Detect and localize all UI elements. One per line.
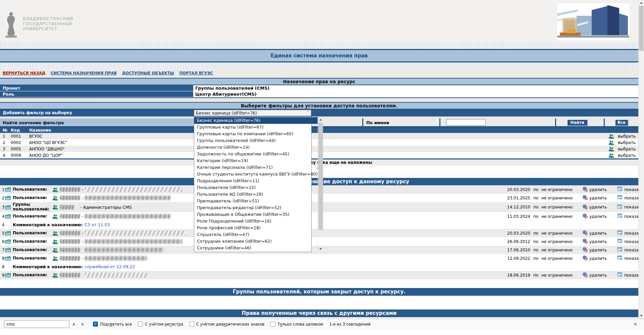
users-icon — [52, 204, 60, 210]
dash: - — [82, 214, 83, 219]
show-icon — [617, 255, 623, 261]
access-row-meta: 14.12.2010 по не ограничено удалить пока… — [507, 202, 644, 212]
access-date: 20.03.2020 — [507, 187, 533, 192]
filter-name-input[interactable] — [446, 119, 486, 126]
findbar-input[interactable] — [4, 320, 69, 328]
delete-link[interactable]: удалить — [582, 255, 612, 261]
filter-option[interactable]: Групповые карты по компании (idFilter=65… — [194, 131, 318, 137]
page-scrollbar-thumb[interactable] — [639, 6, 644, 51]
highlight-all-label: Подсветить все — [100, 322, 132, 327]
redacted-id — [60, 273, 80, 277]
filter-option[interactable]: Проживающие в Общежитии (idFilter=35) — [194, 211, 318, 218]
users-icon — [52, 195, 60, 201]
choose-link[interactable]: выбрать — [608, 146, 636, 152]
choose-link[interactable]: выбрать — [608, 153, 636, 158]
filter-option[interactable]: Должности (idFilter=14) — [194, 144, 318, 151]
redacted-name — [85, 231, 185, 236]
role-row: Роль Центр Абитуриент(CMS) — [0, 91, 638, 97]
dropdown-scrollbar[interactable] — [318, 117, 318, 252]
role-label: Роль — [0, 91, 193, 97]
scroll-down-icon[interactable] — [318, 246, 323, 252]
users-icon — [608, 153, 616, 158]
filter-option[interactable]: Преподаватель-редактор (idFilter=52) — [194, 204, 318, 211]
access-row: 5 Пользователи: - 20.03.2020 по не огран… — [0, 229, 638, 237]
filter-option[interactable]: Слушатель (idFilter=47) — [194, 231, 318, 238]
close-icon[interactable]: ✕ — [631, 320, 640, 328]
resource-header: Назначение прав на ресурс — [0, 78, 638, 85]
filter-option[interactable]: Сотрудники (idFilter=46) — [194, 245, 318, 251]
delete-link[interactable]: удалить — [582, 195, 612, 201]
delete-label: удалить — [589, 256, 607, 261]
delete-link[interactable]: удалить — [582, 204, 612, 210]
find-next-icon[interactable]: ∨ — [78, 320, 87, 328]
all-button[interactable]: Все — [615, 119, 628, 126]
nav-back-link[interactable]: ВЕРНУТЬСЯ НАЗАД — [3, 71, 45, 78]
access-date: 14.12.2010 — [507, 205, 533, 209]
delete-link[interactable]: удалить — [582, 213, 612, 220]
delete-link[interactable]: удалить — [582, 247, 612, 253]
filter-option[interactable]: Сотрудник компании (idFilter=62) — [194, 238, 318, 245]
filter-select[interactable]: Бизнес единица (idFilter=76) ˅ — [194, 110, 311, 116]
page-scrollbar[interactable] — [638, 0, 644, 319]
filter-option[interactable]: Пользователи (idFilter=15) — [194, 184, 318, 191]
dropdown-scrollbar-thumb[interactable] — [318, 123, 323, 230]
find-button[interactable]: Найти — [567, 119, 588, 126]
redacted-id — [60, 248, 80, 252]
delete-label: удалить — [589, 187, 607, 192]
filter-option[interactable]: Роли Подразделений (idFilter=16) — [194, 218, 318, 225]
delete-icon — [582, 230, 588, 236]
delete-link[interactable]: удалить — [582, 186, 612, 193]
delete-label: удалить — [589, 214, 607, 219]
checkbox-icon[interactable] — [138, 322, 143, 327]
nav-portal-link[interactable]: ПОРТАЛ ВГУЭС — [179, 71, 213, 78]
access-date: 12.09.2022 — [507, 256, 533, 261]
filter-option[interactable]: Категории (idFilter=19) — [194, 157, 318, 164]
match-case-option[interactable]: С учётом регистра — [138, 322, 183, 327]
highlight-all-option[interactable]: Подсветить все — [93, 322, 132, 327]
filter-option[interactable]: Преподаватель (idFilter=51) — [194, 198, 318, 204]
choose-link[interactable]: выбрать — [608, 140, 636, 145]
checkbox-icon[interactable] — [270, 322, 275, 327]
checkbox-checked-icon[interactable] — [93, 322, 98, 327]
col-num: № — [0, 128, 11, 133]
date-limit: не ограничено — [541, 231, 580, 236]
filter-option[interactable]: Задолжность по общежитию (idFilter=45) — [194, 151, 318, 157]
access-row: 6 Пользователи: - 26.06.2012 по не огран… — [0, 237, 638, 246]
filter-option[interactable]: Группы пользователей (idFilter=44) — [194, 137, 318, 144]
scroll-up-icon[interactable] — [318, 117, 323, 123]
find-filter-label: Найти значение фильтра — [3, 120, 64, 125]
delete-link[interactable]: удалить — [582, 238, 612, 245]
result-num: 3 — [0, 147, 11, 151]
scroll-up-icon[interactable] — [639, 0, 644, 6]
folder-icon — [5, 230, 13, 236]
access-date: 11.03.2024 — [507, 214, 533, 219]
nav-available-objects-link[interactable]: ДОСТУПНЫЕ ОБЪЕКТЫ — [122, 71, 174, 78]
whole-words-option[interactable]: Только слова целиком — [270, 322, 323, 327]
comment-link[interactable]: СЗ от 11.03 — [85, 222, 110, 227]
choose-link[interactable]: выбрать — [608, 134, 636, 139]
filter-option[interactable]: Групповые карты (idFilter=67) — [194, 124, 318, 131]
filter-option[interactable]: Очные студенты института кампуса ВВГУ (i… — [194, 171, 318, 178]
access-type-label: Пользователи: — [13, 256, 52, 261]
folder-icon — [5, 195, 13, 201]
row-number: 7 — [0, 248, 5, 252]
find-previous-icon[interactable]: ∧ — [69, 320, 78, 328]
users-icon — [608, 134, 616, 139]
filter-option[interactable]: Категории персонала (idFilter=71) — [194, 164, 318, 171]
nav-rights-system-link[interactable]: СИСТЕМА НАЗНАЧЕНИЯ ПРАВ — [51, 71, 117, 78]
filter-option[interactable]: Бизнес единица (idFilter=76) — [194, 117, 318, 124]
filter-option[interactable]: Роли профессий (idFilter=18) — [194, 225, 318, 231]
chevron-down-icon: ˅ — [305, 111, 311, 115]
delete-link[interactable]: удалить — [582, 230, 612, 236]
scroll-down-icon[interactable] — [639, 313, 644, 319]
filter-options-list: Бизнес единица (idFilter=76)Групповые ка… — [194, 117, 318, 252]
row-number: 4 — [0, 223, 5, 227]
filter-option[interactable]: Подразделения (idFilter=11) — [194, 178, 318, 184]
result-code: 0005 — [11, 147, 29, 151]
checkbox-icon[interactable] — [189, 322, 194, 327]
delete-link[interactable]: удалить — [582, 272, 612, 278]
comment-link[interactable]: служебная от 12.09.22 — [85, 264, 135, 269]
users-icon — [52, 273, 60, 278]
match-diacritics-option[interactable]: С учётом диакритических знаков — [189, 322, 264, 327]
filter-option[interactable]: Пользователи AD (idFilter=29) — [194, 191, 318, 198]
